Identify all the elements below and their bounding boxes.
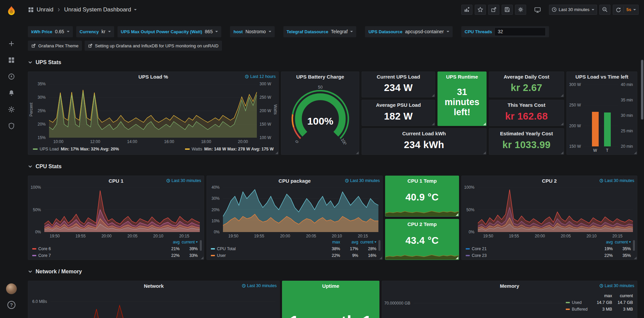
time-series-graph[interactable]: 100%50%0% 19:5019:5520:0020:0520:1020:15 [28, 185, 204, 239]
avatar[interactable] [6, 283, 17, 294]
breadcrumb-app[interactable]: Unraid [37, 6, 53, 13]
save-button[interactable] [502, 5, 513, 15]
legend-sort-current[interactable]: current [612, 293, 633, 298]
legend-sort-avg[interactable]: avg [340, 240, 358, 244]
variable-currency[interactable]: Currency kr [76, 26, 114, 37]
time-series-graph[interactable]: 6.0 MBs4.0 MBs2.0 MBs [28, 290, 279, 318]
legend-series-name[interactable]: Core 21 [472, 246, 487, 251]
plot-area[interactable] [49, 84, 257, 138]
panel-title[interactable]: Average PSU Load [376, 102, 421, 108]
panel-title[interactable]: This Years Cost [508, 102, 545, 108]
legend-series-name[interactable]: Core 6 [38, 246, 51, 251]
panel-title[interactable]: CPU 2 Temp [407, 221, 436, 227]
share-button[interactable] [488, 5, 499, 15]
variable-value[interactable]: 0.65 [55, 29, 64, 34]
configuration-icon[interactable] [4, 102, 19, 117]
section-network-memory[interactable]: Network / Memory [28, 268, 637, 275]
variable-telegraf-datasource[interactable]: Telegraf Datasource Telegraf [283, 26, 357, 37]
create-icon[interactable] [4, 36, 19, 51]
variable-host[interactable]: host Nostromo [230, 26, 274, 37]
section-ups-stats[interactable]: UPS Stats [28, 59, 637, 66]
chevron-down-icon[interactable] [134, 9, 137, 10]
legend-item[interactable]: Watts Min: 148 W Max: 278 W Avg: 175 W [185, 147, 274, 151]
panel-title[interactable]: CPU 1 Temp [407, 178, 436, 184]
variable-value[interactable]: kr [101, 29, 105, 34]
panel-title[interactable]: UPS Battery Charge [296, 74, 344, 80]
legend-series-name[interactable]: UPS Load [40, 147, 59, 151]
legend-scrollbar[interactable] [633, 240, 635, 251]
explore-icon[interactable] [4, 69, 19, 84]
refresh-button-group[interactable]: 5s [613, 5, 639, 15]
legend-scrollbar[interactable] [378, 240, 380, 251]
variable-ups-datasource[interactable]: UPS Datasource apcupsd-container [365, 26, 452, 37]
panel-title[interactable]: Current UPS Load [377, 74, 420, 80]
panel-title[interactable]: CPU 2 [542, 178, 557, 184]
legend-sort-current[interactable]: current [358, 240, 376, 244]
time-series-graph[interactable]: 40%30%20%10%0% 19:5019:5520:0020:0520:10… [207, 185, 382, 239]
variable-input[interactable]: 32 [495, 28, 546, 36]
variable-ups-max-output[interactable]: UPS Max Output Power Capacity (Watt) 865 [118, 26, 222, 37]
variable-cpu-threads[interactable]: CPU Threads 32 [461, 26, 549, 37]
panel-title[interactable]: Uptime [322, 283, 339, 289]
star-button[interactable] [475, 5, 486, 15]
variable-value[interactable]: apcupsd-container [405, 29, 444, 34]
variable-value[interactable]: Telegraf [331, 29, 348, 34]
alerting-icon[interactable] [4, 86, 19, 100]
battery-gauge[interactable]: 050100100% [288, 85, 353, 144]
dashboards-icon[interactable] [4, 53, 19, 67]
bar-graph[interactable]: 300 W250 W200 W150 W 40 min35 min30 min2… [567, 81, 637, 154]
legend-series-name[interactable]: Buffered [572, 307, 588, 312]
legend-series-name[interactable]: Watts [192, 147, 202, 151]
panel-title[interactable]: CPU package [279, 178, 311, 184]
scrollbar-thumb[interactable] [641, 60, 643, 120]
panel-title[interactable]: Network [144, 283, 164, 289]
apps-grid-icon[interactable] [28, 7, 34, 12]
time-series-graph[interactable]: 100%50%0% 19:5019:5520:0020:0520:1020:15 [462, 185, 637, 239]
variable-kwh-price[interactable]: kWh Price 0.65 [28, 26, 73, 37]
plot-area[interactable] [50, 292, 275, 318]
panel-title[interactable]: CPU 1 [108, 178, 123, 184]
legend-sort-current[interactable]: current [180, 240, 198, 244]
legend-series-name[interactable]: User [217, 253, 226, 258]
refresh-interval-label[interactable]: 5s [627, 7, 631, 12]
panel-title[interactable]: Memory [500, 283, 519, 289]
legend-scrollbar[interactable] [200, 240, 202, 251]
legend-sort-avg[interactable]: avg [162, 240, 180, 244]
add-panel-button[interactable] [461, 5, 472, 15]
plot-area[interactable] [478, 187, 633, 232]
section-cpu-stats[interactable]: CPU Stats [28, 163, 637, 170]
legend-series-name[interactable]: CPU Total [217, 246, 236, 251]
zoom-out-button[interactable] [599, 5, 610, 15]
dashboard-link-ups-monitoring[interactable]: Setting up Grafana and InfluxDB for UPS … [85, 41, 222, 51]
variable-value[interactable]: Nostromo [245, 29, 266, 34]
plot-area[interactable] [414, 292, 566, 318]
panel-title[interactable]: Average Daily Cost [504, 74, 549, 80]
plot-area[interactable] [584, 85, 618, 146]
dashboard-settings-button[interactable] [515, 5, 526, 15]
legend-series-name[interactable]: Used [572, 300, 582, 305]
plot-area[interactable] [223, 187, 378, 232]
legend-sort-max[interactable]: max [322, 240, 340, 244]
legend-item[interactable]: UPS Load Min: 17% Max: 32% Avg: 20% [33, 147, 119, 151]
plot-area[interactable] [44, 187, 200, 232]
tv-mode-button[interactable] [532, 5, 543, 15]
variable-value[interactable]: 865 [205, 29, 213, 34]
panel-title[interactable]: Estimated Yearly Cost [500, 131, 553, 136]
legend-series-name[interactable]: Core 7 [38, 253, 51, 258]
dashboard-link-plex-theme[interactable]: Grafana Plex Theme [28, 41, 82, 51]
panel-title[interactable]: UPS Load vs Time left [576, 74, 628, 80]
server-admin-icon[interactable] [4, 119, 19, 133]
time-picker-button[interactable]: Last 30 minutes [549, 5, 597, 15]
legend-sort-current[interactable]: current [613, 240, 631, 244]
legend-sort-avg[interactable]: avg [595, 240, 613, 244]
panel-title[interactable]: Current Load kWh [402, 131, 446, 136]
panel-title[interactable]: UPS Load % [138, 74, 168, 80]
legend-sort-max[interactable]: max [591, 293, 612, 298]
time-series-graph[interactable]: Percent 35%30%25%20%15% 300 W250 W200 W1… [28, 81, 278, 146]
help-icon[interactable]: ? [4, 298, 19, 312]
legend-series-name[interactable]: Core 23 [472, 253, 487, 258]
grafana-logo[interactable] [5, 4, 18, 17]
panel-title[interactable]: UPS Runtime [446, 74, 478, 80]
dashboard-title[interactable]: Unraid System Dashboard [64, 6, 131, 13]
graph-legend: avg current Core 6 21% 39% Core 7 22% 33… [28, 239, 204, 260]
